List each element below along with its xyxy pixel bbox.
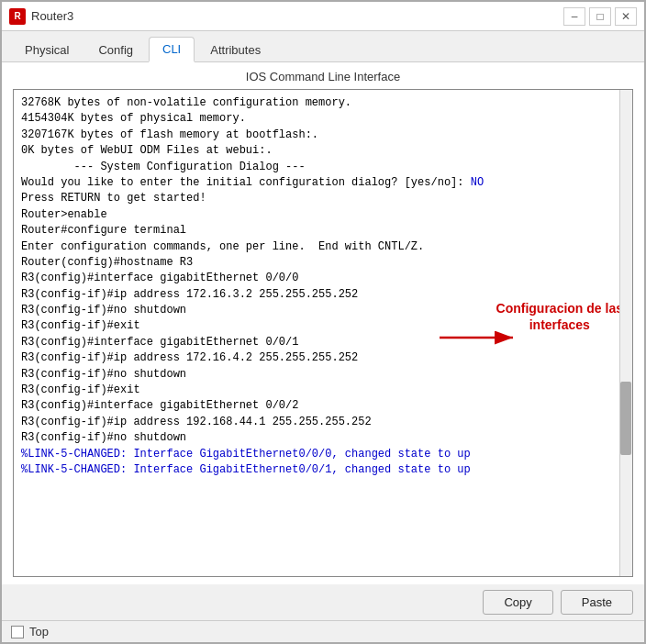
window-controls: – □ ✕ bbox=[563, 7, 637, 26]
app-icon: R bbox=[9, 8, 26, 25]
tabs-bar: Physical Config CLI Attributes bbox=[2, 31, 644, 62]
window-title: Router3 bbox=[31, 9, 73, 23]
tab-attributes[interactable]: Attributes bbox=[196, 38, 274, 61]
footer-bar: Top bbox=[2, 620, 644, 642]
annotation-arrow-svg bbox=[440, 315, 522, 361]
cli-section-title: IOS Command Line Interface bbox=[13, 70, 633, 83]
paste-button[interactable]: Paste bbox=[561, 590, 633, 615]
minimize-button[interactable]: – bbox=[563, 7, 585, 26]
terminal-scrollbar[interactable] bbox=[619, 90, 632, 576]
title-bar: R Router3 – □ ✕ bbox=[2, 2, 644, 31]
main-window: R Router3 – □ ✕ Physical Config CLI Attr… bbox=[0, 0, 646, 644]
tab-cli[interactable]: CLI bbox=[149, 37, 195, 62]
copy-button[interactable]: Copy bbox=[483, 590, 552, 615]
top-checkbox[interactable] bbox=[11, 626, 24, 638]
scrollbar-thumb bbox=[620, 382, 631, 455]
content-area: IOS Command Line Interface 32768K bytes … bbox=[2, 62, 644, 584]
close-button[interactable]: ✕ bbox=[615, 7, 637, 26]
terminal-output[interactable]: 32768K bytes of non-volatile configurati… bbox=[14, 90, 632, 576]
tab-physical[interactable]: Physical bbox=[11, 38, 83, 61]
top-label: Top bbox=[29, 625, 49, 638]
terminal-wrapper: 32768K bytes of non-volatile configurati… bbox=[13, 89, 633, 577]
maximize-button[interactable]: □ bbox=[589, 7, 611, 26]
tab-config[interactable]: Config bbox=[84, 38, 147, 61]
title-bar-left: R Router3 bbox=[9, 8, 73, 25]
bottom-bar: Copy Paste bbox=[2, 584, 644, 620]
